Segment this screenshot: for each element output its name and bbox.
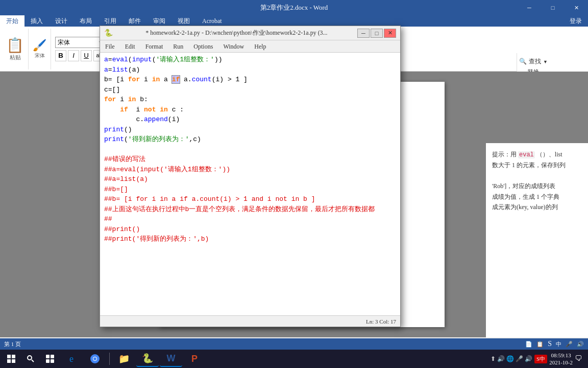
edge-app[interactable]: e — [60, 351, 83, 367]
idle-menu-run[interactable]: Run — [168, 40, 188, 53]
idle-menu-format[interactable]: Format — [140, 40, 168, 53]
clipboard-group: 📋 粘贴 — [2, 29, 29, 70]
code-line-9: print('得到新的列表为：',c) — [104, 134, 396, 145]
svg-point-4 — [28, 356, 32, 360]
idle-minimize-btn[interactable]: ─ — [357, 29, 370, 38]
svg-point-12 — [93, 357, 96, 360]
text1: 'Rob']，对应的成绩列表 — [492, 182, 555, 190]
idle-menu-help[interactable]: Help — [249, 40, 271, 53]
code-line-7: c.append(i) — [104, 114, 396, 125]
format-painter-label: 宋体 — [35, 52, 45, 59]
tab-review[interactable]: 审阅 — [147, 15, 172, 27]
code-line-comment5: ##b= [i for i in a if a.count(i) > 1 and… — [104, 194, 396, 204]
search-taskbar-button[interactable] — [21, 351, 40, 367]
ime-indicator[interactable]: S中 — [534, 355, 547, 363]
task-view-button[interactable] — [41, 351, 59, 367]
format-painter-icon[interactable]: 🖌️ — [33, 39, 46, 52]
tab-references[interactable]: 引用 — [98, 15, 122, 27]
underline-button[interactable]: U — [81, 50, 92, 61]
code-line-comment8: ##print() — [104, 224, 396, 235]
tab-home[interactable]: 开始 — [0, 15, 24, 27]
close-button[interactable]: ✕ — [565, 0, 588, 15]
idle-editor[interactable]: a=eval(input('请输入1组整数：')) a=list(a) b= [… — [100, 53, 400, 315]
task-view-icon — [46, 355, 54, 363]
code-line-1: a=eval(input('请输入1组整数：')) — [104, 55, 396, 65]
paste-icon[interactable]: 📋 — [6, 37, 24, 54]
python-icon: 🐍 — [142, 353, 153, 364]
tab-view[interactable]: 视图 — [172, 15, 196, 27]
bold-button[interactable]: B — [55, 50, 66, 61]
right-panel-content: 提示：用 eval （）、list 数大于 1 的元素，保存到列 'Rob']，… — [492, 149, 582, 212]
idle-statusbar: Ln: 3 Col: 17 — [100, 315, 400, 327]
svg-rect-7 — [51, 355, 54, 358]
idle-title-text: * homework2-2-1a.py - D:\wnchen\python\作… — [116, 29, 357, 37]
tab-insert[interactable]: 插入 — [24, 15, 49, 27]
svg-rect-9 — [51, 359, 54, 363]
find-button[interactable]: 🔍 查找 ▼ — [519, 57, 586, 66]
explorer-app[interactable]: 📁 — [113, 351, 135, 367]
code-line-8: print() — [104, 125, 396, 135]
paste-label: 粘贴 — [10, 54, 21, 61]
word-statusbar: 第 1 页 📄 📋 S 中 🎤 🔊 — [0, 338, 588, 350]
speaker-icon: 🔊 — [577, 341, 584, 348]
idle-titlebar: 🐍 * homework2-2-1a.py - D:\wnchen\python… — [100, 26, 400, 40]
code-line-comment2: ##a=eval(input('请输入1组整数：')) — [104, 165, 396, 175]
code-line-6: if i not in c : — [104, 105, 396, 115]
idle-close-btn[interactable]: ✕ — [384, 29, 396, 38]
tab-mail[interactable]: 邮件 — [122, 15, 147, 27]
taskbar: e 📁 🐍 W P ⬆ 🔊 🌐 🎤 🔊 S中 08:59:13 2021-10- — [0, 350, 588, 368]
taskbar-separator — [109, 353, 110, 365]
view-icon2[interactable]: 📋 — [536, 341, 544, 348]
idle-menu-options[interactable]: Options — [188, 40, 218, 53]
idle-app-icon: 🐍 — [104, 29, 113, 37]
word-app[interactable]: W — [160, 351, 182, 367]
code-line-3: b= [i for i in a if a.count(i) > 1 ] — [104, 75, 396, 85]
code-line-comment4: ##b=[] — [104, 185, 396, 195]
chrome-app[interactable] — [84, 351, 106, 367]
notification-icon[interactable]: 🗨 — [575, 355, 582, 363]
format-painter-group: 🖌️ 宋体 — [29, 29, 51, 70]
edge-icon: e — [69, 354, 74, 364]
idle-menu-edit[interactable]: Edit — [120, 40, 140, 53]
find-arrow: ▼ — [543, 59, 548, 64]
view-icon1[interactable]: 📄 — [525, 341, 532, 348]
idle-status-text: Ln: 3 Col: 17 — [366, 318, 396, 325]
status-right: 📄 📋 S 中 🎤 🔊 — [525, 340, 584, 348]
python-app[interactable]: 🐍 — [136, 351, 159, 367]
code-line-2: a=list(a) — [104, 65, 396, 75]
date: 2021-10-2 — [549, 359, 573, 366]
maximize-button[interactable]: □ — [541, 0, 565, 15]
idle-menu-file[interactable]: File — [100, 40, 120, 53]
find-label: 查找 — [529, 57, 541, 66]
page-status: 第 1 页 — [4, 340, 21, 348]
font-name-select[interactable]: 宋体 — [55, 37, 106, 48]
right-panel: 提示：用 eval （）、list 数大于 1 的元素，保存到列 'Rob']，… — [486, 143, 588, 337]
text2: 成绩为值，生成 1 个字典 — [492, 193, 559, 200]
chrome-icon — [90, 354, 100, 364]
word-title: 第2章作业2.docx - Word — [260, 3, 328, 12]
code-line-comment1: ##错误的写法 — [104, 154, 396, 165]
code-line-comment7: ## — [104, 214, 396, 224]
word-titlebar: 第2章作业2.docx - Word ─ □ ✕ — [0, 0, 588, 15]
code-line-comment9: ##print('得到新的列表为：',b) — [104, 234, 396, 244]
text3: 成元素为(key, value)的列 — [492, 203, 558, 211]
code-line-5: for i in b: — [104, 95, 396, 105]
tab-layout[interactable]: 布局 — [74, 15, 98, 27]
italic-button[interactable]: I — [68, 50, 79, 61]
minimize-button[interactable]: ─ — [518, 0, 541, 15]
tray-icons: ⬆ 🔊 🌐 🎤 🔊 — [491, 355, 532, 363]
svg-rect-8 — [46, 359, 50, 363]
idle-menu-window[interactable]: Window — [218, 40, 249, 53]
hint2: （）、list — [536, 151, 562, 158]
start-button[interactable] — [2, 351, 20, 367]
search-taskbar-icon — [27, 355, 35, 363]
tab-acrobat[interactable]: Acrobat — [196, 15, 228, 27]
code-line-comment6: ##上面这句话在执行过程中b一直是个空列表，满足条件的数据先保留，最后才把所有数… — [104, 204, 396, 215]
idle-maximize-btn[interactable]: □ — [371, 29, 383, 38]
explorer-icon: 📁 — [118, 353, 130, 364]
clock-display: 08:59:13 2021-10-2 — [549, 352, 573, 366]
tab-design[interactable]: 设计 — [49, 15, 74, 27]
powerpoint-app[interactable]: P — [183, 351, 206, 367]
login-label[interactable]: 登录 — [570, 17, 588, 26]
search-icon: 🔍 — [519, 58, 527, 65]
